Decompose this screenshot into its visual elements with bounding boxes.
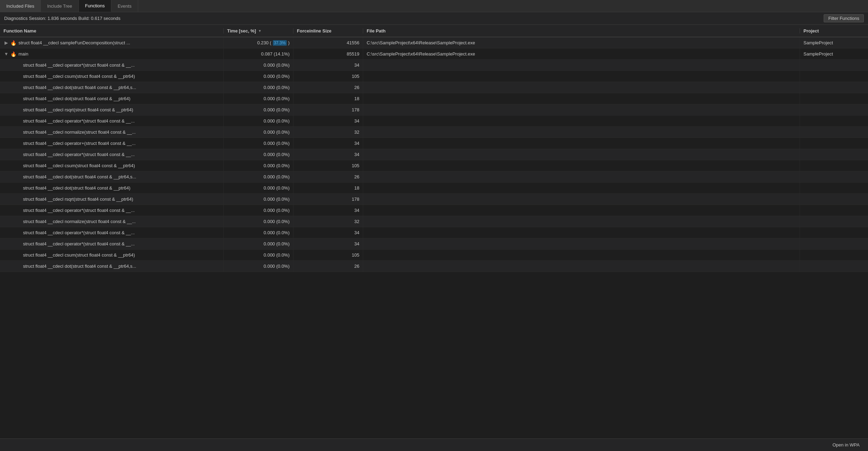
- table-row[interactable]: struct float4 __cdecl operator*(struct f…: [0, 238, 868, 250]
- expand-icon[interactable]: ▶: [3, 40, 9, 46]
- cell-forceinline-size: 105: [293, 160, 363, 171]
- cell-file-path: [363, 194, 800, 205]
- function-name-text: struct float4 __cdecl operator*(struct f…: [23, 241, 135, 246]
- tab-events[interactable]: Events: [111, 0, 138, 12]
- table-row[interactable]: struct float4 __cdecl dot(struct float4 …: [0, 171, 868, 183]
- cell-project: [800, 227, 862, 238]
- cell-function-name: struct float4 __cdecl operator*(struct f…: [0, 238, 223, 249]
- cell-file-path: C:\src\SampleProject\x64\Release\SampleP…: [363, 37, 800, 48]
- col-header-project[interactable]: Project: [800, 28, 862, 34]
- time-percentage: 37.3%: [273, 40, 287, 46]
- table-header: Function Name Time [sec, %] ▼ Forceinlin…: [0, 25, 868, 37]
- sort-arrow-icon: ▼: [258, 29, 262, 33]
- table-row[interactable]: struct float4 __cdecl operator*(struct f…: [0, 205, 868, 216]
- function-name-text: main: [18, 51, 28, 57]
- cell-function-name: struct float4 __cdecl normalize(struct f…: [0, 127, 223, 138]
- cell-function-name: struct float4 __cdecl dot(struct float4 …: [0, 183, 223, 193]
- cell-forceinline-size: 34: [293, 138, 363, 149]
- cell-time: 0.230 (37.3%): [223, 37, 293, 48]
- function-name-text: struct float4 __cdecl normalize(struct f…: [23, 219, 136, 224]
- cell-forceinline-size: 105: [293, 71, 363, 82]
- table-row[interactable]: struct float4 __cdecl dot(struct float4 …: [0, 93, 868, 104]
- col-header-function-name[interactable]: Function Name: [0, 28, 223, 34]
- table-row[interactable]: struct float4 __cdecl operator*(struct f…: [0, 149, 868, 160]
- cell-file-path: [363, 104, 800, 115]
- table-row[interactable]: struct float4 __cdecl normalize(struct f…: [0, 127, 868, 138]
- table-row[interactable]: struct float4 __cdecl operator*(struct f…: [0, 227, 868, 238]
- function-name-text: struct float4 __cdecl rsqrt(struct float…: [23, 107, 133, 112]
- cell-project: [800, 250, 862, 260]
- cell-time: 0.000 (0.0%): [223, 205, 293, 216]
- table-row[interactable]: ▶🔥struct float4 __cdecl sampleFunDecompo…: [0, 37, 868, 49]
- cell-project: [800, 194, 862, 205]
- cell-project: [800, 104, 862, 115]
- cell-file-path: [363, 250, 800, 260]
- table-row[interactable]: struct float4 __cdecl rsqrt(struct float…: [0, 194, 868, 205]
- cell-time: 0.000 (0.0%): [223, 82, 293, 93]
- cell-function-name: struct float4 __cdecl csum(struct float4…: [0, 71, 223, 82]
- cell-time: 0.000 (0.0%): [223, 194, 293, 205]
- table-row[interactable]: struct float4 __cdecl csum(struct float4…: [0, 71, 868, 82]
- function-name-text: struct float4 __cdecl csum(struct float4…: [23, 163, 135, 168]
- cell-forceinline-size: 105: [293, 250, 363, 260]
- cell-forceinline-size: 34: [293, 149, 363, 160]
- cell-file-path: [363, 227, 800, 238]
- cell-function-name: struct float4 __cdecl dot(struct float4 …: [0, 93, 223, 104]
- flame-icon: 🔥: [10, 40, 16, 46]
- table-row[interactable]: struct float4 __cdecl rsqrt(struct float…: [0, 104, 868, 116]
- status-bar: Diagnostics Session: 1.836 seconds Build…: [0, 12, 868, 25]
- cell-file-path: [363, 149, 800, 160]
- table-row[interactable]: struct float4 __cdecl dot(struct float4 …: [0, 261, 868, 272]
- cell-function-name: struct float4 __cdecl operator*(struct f…: [0, 227, 223, 238]
- cell-time: 0.087 (14.1%): [223, 49, 293, 59]
- table-row[interactable]: struct float4 __cdecl operator*(struct f…: [0, 116, 868, 127]
- table-body: ▶🔥struct float4 __cdecl sampleFunDecompo…: [0, 37, 868, 272]
- open-in-wpa-button[interactable]: Open in WPA: [830, 441, 862, 449]
- table-row[interactable]: struct float4 __cdecl operator*(struct f…: [0, 60, 868, 71]
- table-row[interactable]: struct float4 __cdecl csum(struct float4…: [0, 250, 868, 261]
- cell-time: 0.000 (0.0%): [223, 227, 293, 238]
- cell-time: 0.000 (0.0%): [223, 71, 293, 82]
- function-name-text: struct float4 __cdecl rsqrt(struct float…: [23, 197, 133, 202]
- collapse-icon[interactable]: ▼: [3, 51, 9, 57]
- cell-time: 0.000 (0.0%): [223, 238, 293, 249]
- tab-functions[interactable]: Functions: [79, 0, 111, 12]
- table-row[interactable]: ▼🔥main0.087 (14.1%)85519C:\src\SamplePro…: [0, 49, 868, 60]
- cell-forceinline-size: 34: [293, 227, 363, 238]
- cell-function-name: struct float4 __cdecl rsqrt(struct float…: [0, 194, 223, 205]
- cell-time: 0.000 (0.0%): [223, 171, 293, 182]
- cell-function-name: struct float4 __cdecl dot(struct float4 …: [0, 261, 223, 272]
- cell-time: 0.000 (0.0%): [223, 261, 293, 272]
- table-row[interactable]: struct float4 __cdecl dot(struct float4 …: [0, 183, 868, 194]
- table-row[interactable]: struct float4 __cdecl dot(struct float4 …: [0, 82, 868, 93]
- cell-forceinline-size: 26: [293, 261, 363, 272]
- cell-project: [800, 116, 862, 126]
- table-row[interactable]: struct float4 __cdecl normalize(struct f…: [0, 216, 868, 227]
- col-header-time[interactable]: Time [sec, %] ▼: [223, 28, 293, 34]
- cell-time: 0.000 (0.0%): [223, 160, 293, 171]
- function-name-text: struct float4 __cdecl operator*(struct f…: [23, 118, 135, 124]
- tab-included-files[interactable]: Included Files: [0, 0, 41, 12]
- cell-function-name: ▶🔥struct float4 __cdecl sampleFunDecompo…: [0, 37, 223, 48]
- cell-project: SampleProject: [800, 49, 862, 59]
- cell-function-name: struct float4 __cdecl operator+(struct f…: [0, 138, 223, 149]
- table-row[interactable]: struct float4 __cdecl csum(struct float4…: [0, 160, 868, 171]
- table-row[interactable]: struct float4 __cdecl operator+(struct f…: [0, 138, 868, 149]
- cell-project: [800, 216, 862, 227]
- cell-project: [800, 93, 862, 104]
- cell-file-path: [363, 261, 800, 272]
- cell-file-path: [363, 127, 800, 138]
- status-text: Diagnostics Session: 1.836 seconds Build…: [4, 16, 120, 21]
- cell-function-name: struct float4 __cdecl operator*(struct f…: [0, 116, 223, 126]
- flame-icon: 🔥: [10, 51, 16, 57]
- cell-forceinline-size: 18: [293, 93, 363, 104]
- cell-project: SampleProject: [800, 37, 862, 48]
- function-name-text: struct float4 __cdecl operator+(struct f…: [23, 141, 136, 146]
- function-name-text: struct float4 __cdecl sampleFunDecomposi…: [18, 40, 130, 45]
- filter-functions-button[interactable]: Filter Functions: [824, 14, 864, 22]
- tab-include-tree[interactable]: Include Tree: [41, 0, 79, 12]
- function-name-text: struct float4 __cdecl dot(struct float4 …: [23, 264, 136, 269]
- col-header-filepath[interactable]: File Path: [363, 28, 800, 34]
- col-header-forceinline[interactable]: Forceinline Size: [293, 28, 363, 34]
- function-name-text: struct float4 __cdecl dot(struct float4 …: [23, 174, 136, 179]
